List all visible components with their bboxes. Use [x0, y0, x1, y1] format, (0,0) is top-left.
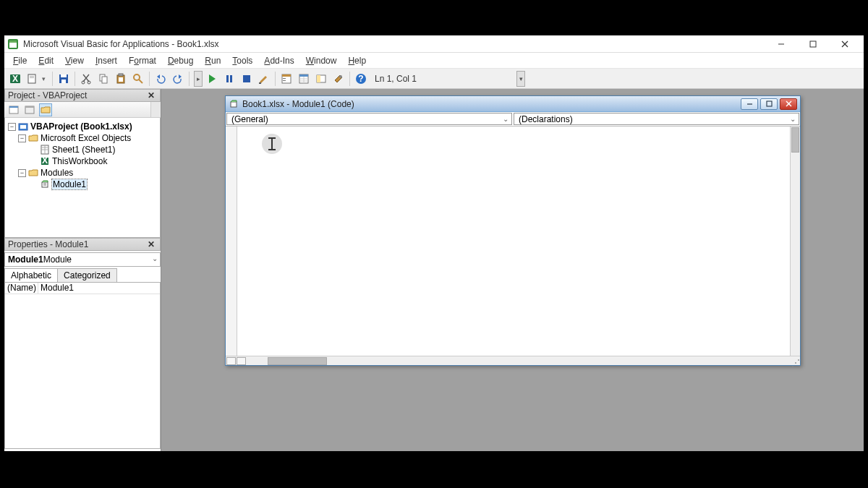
property-row-name[interactable]: (Name) Module1 — [5, 283, 160, 294]
tree-module1[interactable]: Module1 — [7, 179, 158, 190]
menu-insert[interactable]: Insert — [90, 54, 123, 67]
menu-help[interactable]: Help — [342, 54, 372, 67]
svg-rect-43 — [9, 106, 18, 108]
properties-panel: Properties - Module1 ✕ Module1 Module ⌄ … — [4, 238, 161, 449]
menu-view[interactable]: View — [59, 54, 90, 67]
resize-grip-icon[interactable] — [792, 358, 799, 365]
object-selector[interactable]: (General) ⌄ — [226, 113, 512, 125]
menu-debug[interactable]: Debug — [162, 54, 199, 67]
scrollbar-thumb[interactable] — [268, 357, 327, 365]
project-tree[interactable]: − VBAProject (Book1.xlsx) − Microsoft Ex… — [4, 118, 161, 238]
find-icon[interactable] — [130, 71, 146, 87]
menu-run[interactable]: Run — [199, 54, 226, 67]
tree-sheet1[interactable]: Sheet1 (Sheet1) — [7, 144, 158, 155]
svg-rect-38 — [317, 75, 320, 82]
view-object-icon[interactable] — [23, 103, 36, 116]
menu-file[interactable]: File — [7, 54, 33, 67]
toolbar-sep — [275, 72, 276, 86]
object-selector-value: (General) — [231, 114, 268, 124]
collapse-icon[interactable]: − — [8, 123, 16, 131]
properties-panel-header: Properties - Module1 ✕ — [4, 238, 161, 251]
toolbox-icon[interactable] — [331, 71, 346, 87]
redo-icon[interactable] — [170, 71, 186, 87]
svg-rect-18 — [102, 77, 107, 83]
insert-module-icon[interactable] — [25, 71, 41, 87]
svg-rect-13 — [61, 74, 67, 77]
run-icon[interactable] — [204, 71, 220, 87]
properties-object-selector[interactable]: Module1 Module ⌄ — [4, 252, 161, 267]
code-text[interactable] — [239, 129, 788, 356]
properties-panel-close-icon[interactable]: ✕ — [145, 239, 157, 249]
code-window-titlebar[interactable]: Book1.xlsx - Module1 (Code) — [226, 96, 800, 112]
save-icon[interactable] — [56, 71, 72, 87]
tree-label: ThisWorkbook — [52, 156, 107, 166]
properties-window-icon[interactable] — [296, 71, 312, 87]
insert-dropdown-icon[interactable] — [42, 74, 49, 84]
menu-tools[interactable]: Tools — [226, 54, 258, 67]
procedure-selector[interactable]: (Declarations) ⌄ — [514, 113, 799, 125]
property-name: (Name) — [5, 283, 38, 294]
tree-project-root[interactable]: − VBAProject (Book1.xlsx) — [7, 121, 158, 132]
toggle-folders-icon[interactable] — [39, 103, 52, 116]
svg-point-22 — [134, 74, 140, 80]
tree-modules-folder[interactable]: − Modules — [7, 167, 158, 179]
left-pane: Project - VBAProject ✕ − VBAProject (Boo… — [4, 89, 161, 451]
svg-point-39 — [339, 75, 342, 78]
tree-label: Microsoft Excel Objects — [41, 133, 131, 143]
code-close-button[interactable] — [780, 98, 797, 110]
menu-window[interactable]: Window — [300, 54, 343, 67]
svg-text:X: X — [42, 156, 48, 166]
maximize-button[interactable] — [797, 35, 829, 53]
svg-rect-4 — [810, 41, 816, 47]
svg-rect-9 — [28, 74, 35, 83]
toolbar-split-chevron[interactable]: ▸ — [194, 71, 203, 87]
full-module-view-icon[interactable] — [237, 357, 246, 365]
text-cursor-icon — [262, 134, 282, 154]
svg-rect-31 — [283, 80, 286, 81]
project-explorer-icon[interactable] — [278, 71, 294, 87]
properties-grid[interactable]: (Name) Module1 — [4, 282, 161, 449]
object-browser-icon[interactable] — [313, 71, 329, 87]
minimize-button[interactable] — [765, 35, 797, 53]
menu-edit[interactable]: Edit — [33, 54, 59, 67]
svg-rect-20 — [119, 74, 123, 76]
break-icon[interactable] — [221, 71, 237, 87]
tree-label: Sheet1 (Sheet1) — [52, 145, 115, 155]
project-toolbar-scroll[interactable] — [150, 102, 161, 117]
svg-rect-26 — [243, 75, 250, 82]
workbook-icon: X — [40, 156, 50, 166]
code-minimize-button[interactable] — [741, 98, 758, 110]
code-window-controls — [741, 98, 797, 110]
main-toolbar: X ▸ ? Ln 1, Col 1 ▾ — [4, 69, 864, 89]
code-maximize-button[interactable] — [760, 98, 778, 110]
view-code-icon[interactable] — [7, 103, 20, 116]
design-mode-icon[interactable] — [256, 71, 272, 87]
view-excel-icon[interactable]: X — [7, 71, 23, 87]
tree-thisworkbook[interactable]: X ThisWorkbook — [7, 155, 158, 167]
vertical-scrollbar[interactable] — [790, 127, 800, 356]
svg-rect-59 — [767, 101, 772, 106]
scrollbar-thumb[interactable] — [791, 127, 799, 153]
tree-excel-objects-folder[interactable]: − Microsoft Excel Objects — [7, 132, 158, 144]
horizontal-scrollbar[interactable] — [247, 357, 800, 365]
copy-icon[interactable] — [95, 71, 111, 87]
collapse-icon[interactable]: − — [18, 134, 26, 142]
mdi-workspace: Book1.xlsx - Module1 (Code) (General) ⌄ … — [161, 89, 864, 451]
property-value[interactable]: Module1 — [38, 283, 160, 294]
toolbar-overflow-chevron[interactable]: ▾ — [516, 71, 525, 87]
menu-addins[interactable]: Add-Ins — [258, 54, 299, 67]
procedure-view-icon[interactable] — [226, 357, 236, 365]
cut-icon[interactable] — [78, 71, 94, 87]
tab-categorized[interactable]: Categorized — [57, 268, 117, 282]
main-layout: Project - VBAProject ✕ − VBAProject (Boo… — [4, 89, 864, 451]
project-panel-close-icon[interactable]: ✕ — [145, 90, 157, 100]
menu-format[interactable]: Format — [123, 54, 162, 67]
collapse-icon[interactable]: − — [18, 169, 26, 177]
paste-icon[interactable] — [113, 71, 129, 87]
help-icon[interactable]: ? — [353, 71, 369, 87]
tab-alphabetic[interactable]: Alphabetic — [4, 268, 58, 282]
reset-icon[interactable] — [239, 71, 255, 87]
undo-icon[interactable] — [153, 71, 169, 87]
close-button[interactable] — [829, 35, 861, 53]
code-editor-area[interactable] — [226, 127, 800, 356]
